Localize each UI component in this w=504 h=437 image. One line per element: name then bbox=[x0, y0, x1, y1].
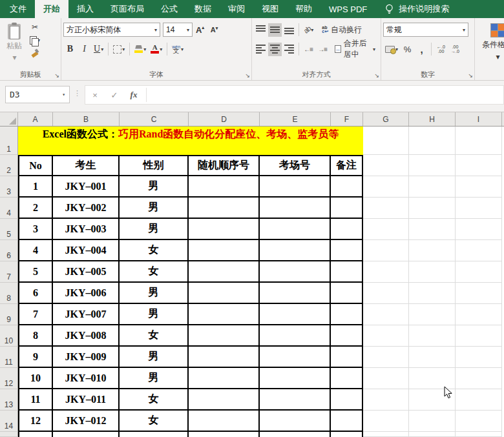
bottom-align-button[interactable] bbox=[282, 23, 296, 37]
empty-cell[interactable] bbox=[456, 219, 502, 240]
table-cell[interactable]: 10 bbox=[18, 368, 53, 389]
table-cell[interactable] bbox=[189, 304, 260, 325]
empty-cell[interactable] bbox=[363, 176, 409, 198]
insert-function-button[interactable]: fx bbox=[124, 90, 143, 100]
table-cell[interactable]: JKY–001 bbox=[53, 176, 120, 198]
column-header-C[interactable]: C bbox=[120, 112, 189, 126]
table-cell[interactable]: 4 bbox=[18, 240, 53, 261]
table-header-cell[interactable]: 随机顺序号 bbox=[189, 155, 260, 176]
tell-me-search[interactable]: 操作说明搜索 bbox=[384, 0, 449, 18]
tab-插入[interactable]: 插入 bbox=[68, 0, 102, 18]
table-cell[interactable]: 女 bbox=[120, 325, 189, 347]
empty-cell[interactable] bbox=[409, 219, 456, 240]
empty-cell[interactable] bbox=[409, 411, 456, 432]
table-cell[interactable] bbox=[260, 198, 331, 219]
table-cell[interactable] bbox=[331, 240, 363, 261]
clipboard-dialog-launcher[interactable]: ↘ bbox=[54, 73, 59, 79]
empty-cell[interactable] bbox=[409, 176, 456, 198]
decrease-indent-button[interactable]: ←≡ bbox=[302, 43, 315, 56]
table-cell[interactable]: JKY–006 bbox=[53, 283, 120, 304]
row-header-14[interactable]: 14 bbox=[0, 411, 18, 432]
empty-cell[interactable] bbox=[409, 261, 456, 283]
table-cell[interactable]: 男 bbox=[120, 198, 189, 219]
table-cell[interactable]: 女 bbox=[120, 261, 189, 283]
table-cell[interactable]: JKY–011 bbox=[53, 389, 120, 411]
column-header-F[interactable]: F bbox=[331, 112, 363, 126]
accounting-format-button[interactable]: ▾ bbox=[383, 43, 400, 56]
empty-cell[interactable] bbox=[409, 368, 456, 389]
table-cell[interactable]: JKY–002 bbox=[53, 198, 120, 219]
table-cell[interactable] bbox=[331, 304, 363, 325]
row-header-4[interactable]: 4 bbox=[0, 198, 18, 219]
table-cell[interactable] bbox=[189, 389, 260, 411]
increase-decimal-button[interactable]: ←.0.00 bbox=[434, 43, 448, 56]
row-header-3[interactable]: 3 bbox=[0, 176, 18, 198]
row-header[interactable] bbox=[0, 432, 18, 437]
empty-cell[interactable] bbox=[409, 389, 456, 411]
tab-文件[interactable]: 文件 bbox=[1, 0, 35, 18]
table-cell[interactable]: 8 bbox=[18, 325, 53, 347]
empty-cell[interactable] bbox=[409, 240, 456, 261]
table-cell[interactable]: JKY–012 bbox=[53, 411, 120, 432]
table-cell[interactable] bbox=[189, 283, 260, 304]
table-cell[interactable] bbox=[331, 198, 363, 219]
font-name-combobox[interactable]: 方正小标宋简体 ▾ bbox=[63, 23, 160, 37]
table-cell[interactable] bbox=[260, 347, 331, 368]
table-cell[interactable] bbox=[260, 304, 331, 325]
empty-cell[interactable] bbox=[409, 325, 456, 347]
empty-cell[interactable] bbox=[456, 411, 502, 432]
table-cell[interactable]: 9 bbox=[18, 347, 53, 368]
column-header-D[interactable]: D bbox=[189, 112, 260, 126]
row-header-12[interactable]: 12 bbox=[0, 368, 18, 389]
table-cell[interactable] bbox=[331, 325, 363, 347]
tab-视图[interactable]: 视图 bbox=[253, 0, 287, 18]
table-cell[interactable]: 男 bbox=[120, 368, 189, 389]
table-cell[interactable]: JKY–004 bbox=[53, 240, 120, 261]
column-header-H[interactable]: H bbox=[409, 112, 456, 126]
empty-cell[interactable] bbox=[363, 219, 409, 240]
table-cell[interactable] bbox=[260, 261, 331, 283]
table-cell[interactable]: JKY–007 bbox=[53, 304, 120, 325]
table-cell[interactable] bbox=[53, 432, 120, 437]
row-header-9[interactable]: 9 bbox=[0, 304, 18, 325]
select-all-button[interactable] bbox=[0, 112, 18, 126]
empty-cell[interactable] bbox=[456, 325, 502, 347]
paste-button[interactable]: 粘贴 ▾ bbox=[2, 21, 26, 65]
empty-cell[interactable] bbox=[456, 127, 502, 155]
column-header-E[interactable]: E bbox=[260, 112, 331, 126]
empty-cell[interactable] bbox=[409, 304, 456, 325]
empty-cell[interactable] bbox=[363, 304, 409, 325]
align-left-button[interactable] bbox=[254, 43, 268, 56]
table-cell[interactable] bbox=[331, 389, 363, 411]
table-cell[interactable]: JKY–009 bbox=[53, 347, 120, 368]
column-header-A[interactable]: A bbox=[18, 112, 53, 126]
empty-cell[interactable] bbox=[363, 283, 409, 304]
tab-审阅[interactable]: 审阅 bbox=[220, 0, 253, 18]
row-header-11[interactable]: 11 bbox=[0, 347, 18, 368]
table-cell[interactable] bbox=[189, 368, 260, 389]
table-header-cell[interactable]: 备注 bbox=[331, 155, 363, 176]
empty-cell[interactable] bbox=[456, 176, 502, 198]
comma-style-button[interactable]: , bbox=[415, 43, 428, 56]
title-cell[interactable]: Excel函数公式：巧用Rand函数自动化分配座位、考场、监考员等 bbox=[18, 127, 363, 155]
empty-cell[interactable] bbox=[456, 155, 502, 176]
empty-cell[interactable] bbox=[456, 432, 502, 437]
table-cell[interactable] bbox=[260, 368, 331, 389]
enter-button[interactable]: ✓ bbox=[105, 90, 124, 100]
table-cell[interactable]: 男 bbox=[120, 176, 189, 198]
tab-公式[interactable]: 公式 bbox=[152, 0, 186, 18]
column-header-I[interactable]: I bbox=[456, 112, 502, 126]
table-cell[interactable]: 男 bbox=[120, 304, 189, 325]
table-cell[interactable]: 6 bbox=[18, 283, 53, 304]
table-cell[interactable] bbox=[331, 368, 363, 389]
table-cell[interactable] bbox=[189, 347, 260, 368]
table-cell[interactable] bbox=[260, 176, 331, 198]
tab-数据[interactable]: 数据 bbox=[186, 0, 220, 18]
table-header-cell[interactable]: 考场号 bbox=[260, 155, 331, 176]
increase-indent-button[interactable]: →≡ bbox=[316, 43, 330, 56]
bold-button[interactable]: B bbox=[63, 43, 77, 56]
orientation-button[interactable]: ab▾ bbox=[302, 23, 315, 37]
empty-cell[interactable] bbox=[363, 368, 409, 389]
empty-cell[interactable] bbox=[409, 155, 456, 176]
empty-cell[interactable] bbox=[363, 411, 409, 432]
